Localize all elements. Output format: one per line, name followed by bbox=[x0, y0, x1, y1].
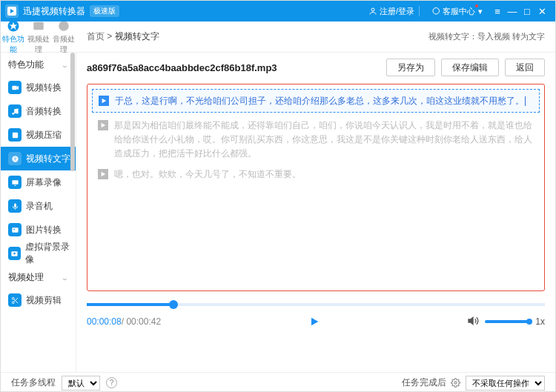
chevron-down-icon: ⌄ bbox=[61, 62, 69, 69]
edition-badge: 极速版 bbox=[90, 5, 119, 17]
register-login-label: 注册/登录 bbox=[380, 6, 414, 17]
app-name: 迅捷视频转换器 bbox=[23, 5, 85, 18]
progress-knob[interactable] bbox=[169, 300, 178, 309]
transcript-line-active[interactable]: 于总，这是行啊，不光给咱们公司担子，还给咱介绍那么多老总，这多来几次，咱这这业绩… bbox=[92, 89, 540, 113]
playback-speed[interactable]: 1x bbox=[535, 316, 545, 327]
transcript-line[interactable]: 嗯，也对。欸欸，今天几号了，不知道不重要。 bbox=[92, 162, 540, 182]
svg-rect-16 bbox=[14, 203, 16, 207]
sidebar-group-featured[interactable]: 特色功能 ⌄ bbox=[1, 53, 76, 76]
svg-marker-27 bbox=[102, 171, 106, 176]
dropdown-arrow-icon[interactable]: ▾ bbox=[478, 7, 483, 16]
sidebar-item-video-cut[interactable]: 视频剪辑 bbox=[1, 288, 76, 312]
after-complete-select[interactable]: 不采取任何操作 bbox=[466, 376, 545, 391]
transcribe-icon: 文 bbox=[8, 152, 21, 165]
menu-icon[interactable]: ≡ bbox=[490, 6, 505, 17]
sidebar-item-label: 图片转换 bbox=[26, 224, 62, 236]
volume-icon[interactable] bbox=[467, 315, 479, 329]
audio-player: 00:00:08 / 00:00:42 1x bbox=[76, 291, 555, 333]
mode-tab-audio[interactable]: 音频处理 bbox=[53, 19, 75, 55]
notification-dot-icon bbox=[475, 4, 478, 7]
mic-icon bbox=[8, 199, 21, 213]
svg-point-30 bbox=[454, 381, 457, 383]
sidebar-group-video[interactable]: 视频处理 ⌄ bbox=[1, 265, 76, 288]
svg-text:文: 文 bbox=[13, 156, 17, 161]
mode-tab-label: 特色功能 bbox=[2, 34, 24, 55]
audio-convert-icon bbox=[8, 104, 21, 118]
sidebar-item-label: 视频转换 bbox=[26, 82, 62, 94]
sidebar-group-label: 视频处理 bbox=[8, 271, 44, 284]
text-cursor bbox=[525, 96, 526, 106]
sidebar-item-video-convert[interactable]: 视频转换 bbox=[1, 76, 76, 99]
sidebar-item-image-convert[interactable]: 图片转换 bbox=[1, 218, 76, 242]
svg-marker-26 bbox=[102, 123, 106, 127]
svg-rect-11 bbox=[12, 132, 17, 137]
virtual-bg-icon bbox=[8, 247, 21, 260]
sidebar-item-audio-record[interactable]: 录音机 bbox=[1, 194, 76, 218]
sidebar-item-label: 屏幕录像 bbox=[26, 176, 62, 189]
sidebar-item-label: 视频压缩 bbox=[26, 129, 62, 142]
mode-tab-label: 音频处理 bbox=[53, 34, 75, 55]
minimize-button[interactable]: — bbox=[505, 6, 520, 17]
play-line-icon[interactable] bbox=[98, 169, 108, 179]
save-edit-button[interactable]: 保存编辑 bbox=[441, 59, 499, 76]
transcript-text[interactable]: 那是因为相信咱们最终能不能成，还得靠咱们自己，咱们，你说咱今天认识人，我是时用不… bbox=[114, 119, 534, 162]
svg-point-2 bbox=[371, 8, 374, 11]
sidebar-group-label: 特色功能 bbox=[8, 59, 44, 71]
svg-marker-28 bbox=[311, 318, 318, 326]
svg-rect-15 bbox=[14, 185, 16, 185]
svg-rect-14 bbox=[12, 180, 18, 185]
sidebar-item-video-compress[interactable]: 视频压缩 bbox=[1, 123, 76, 147]
mode-tab-featured[interactable]: 特色功能 bbox=[2, 19, 24, 55]
sidebar-item-label: 录音机 bbox=[26, 200, 53, 213]
save-as-button[interactable]: 另存为 bbox=[386, 59, 435, 76]
help-icon[interactable]: ? bbox=[106, 377, 117, 388]
volume-slider[interactable] bbox=[485, 320, 529, 323]
sidebar-item-audio-convert[interactable]: 音频转换 bbox=[1, 99, 76, 123]
play-line-icon[interactable] bbox=[98, 120, 108, 130]
transcript-text[interactable]: 嗯，也对。欸欸，今天几号了，不知道不重要。 bbox=[114, 167, 301, 182]
progress-fill bbox=[87, 303, 173, 306]
progress-bar[interactable] bbox=[87, 303, 545, 306]
svg-point-10 bbox=[16, 111, 18, 113]
sidebar-item-label: 音频转换 bbox=[26, 105, 62, 118]
close-button[interactable]: ✕ bbox=[535, 6, 549, 17]
register-login-button[interactable]: 注册/登录 bbox=[368, 6, 414, 17]
sidebar-item-label: 视频剪辑 bbox=[26, 294, 62, 307]
play-line-icon[interactable] bbox=[99, 96, 109, 106]
breadcrumb-root[interactable]: 首页 bbox=[87, 31, 105, 41]
svg-point-18 bbox=[13, 228, 15, 230]
maximize-button[interactable]: □ bbox=[520, 6, 535, 17]
screen-record-icon bbox=[8, 176, 21, 189]
svg-rect-7 bbox=[12, 85, 16, 90]
transcript-editor: 于总，这是行啊，不光给咱们公司担子，还给咱介绍那么多老总，这多来几次，咱这这业绩… bbox=[87, 84, 545, 291]
gear-icon[interactable] bbox=[451, 378, 461, 388]
breadcrumb-sep: > bbox=[105, 31, 115, 41]
sidebar-item-screen-record[interactable]: 屏幕录像 bbox=[1, 170, 76, 194]
top-toolbar: 特色功能 视频处理 音频处理 首页 > 视频转文字 视频转文字：导入视频 转为文… bbox=[1, 21, 555, 53]
file-header: a869f76a5a8acc4baabbdec2cf86b18f.mp3 另存为… bbox=[76, 53, 555, 82]
svg-point-9 bbox=[12, 112, 14, 114]
support-center-button[interactable]: 客服中心 bbox=[431, 6, 475, 17]
compress-icon bbox=[8, 128, 21, 142]
image-icon bbox=[8, 223, 21, 236]
svg-marker-8 bbox=[16, 85, 18, 90]
support-center-label: 客服中心 bbox=[443, 6, 475, 17]
total-time: 00:00:42 bbox=[126, 316, 161, 327]
sidebar-item-video-to-text[interactable]: 文 视频转文字 bbox=[1, 147, 76, 170]
mode-tab-video[interactable]: 视频处理 bbox=[27, 19, 50, 55]
video-convert-icon bbox=[8, 81, 21, 94]
titlebar-separator bbox=[419, 6, 420, 16]
thread-select[interactable]: 默认 bbox=[62, 376, 100, 391]
scrollbar-thumb[interactable] bbox=[70, 53, 75, 171]
feature-description: 视频转文字：导入视频 转为文字 bbox=[428, 31, 545, 42]
sidebar-item-label: 视频转文字 bbox=[26, 153, 70, 165]
sidebar-item-virtual-bg[interactable]: 虚拟背景录像 bbox=[1, 242, 76, 265]
play-button[interactable] bbox=[306, 313, 322, 330]
transcript-text[interactable]: 于总，这是行啊，不光给咱们公司担子，还给咱介绍那么多老总，这多来几次，咱这这业绩… bbox=[115, 96, 524, 106]
back-button[interactable]: 返回 bbox=[505, 59, 545, 76]
transcript-line[interactable]: 那是因为相信咱们最终能不能成，还得靠咱们自己，咱们，你说咱今天认识人，我是时用不… bbox=[92, 113, 540, 162]
sidebar: 特色功能 ⌄ 视频转换 音频转换 视频压缩 文 视频转文字 屏幕录像 bbox=[1, 53, 76, 372]
current-time: 00:00:08 bbox=[87, 316, 122, 327]
sidebar-scrollbar[interactable] bbox=[70, 53, 75, 372]
sidebar-item-label: 虚拟背景录像 bbox=[25, 241, 76, 266]
